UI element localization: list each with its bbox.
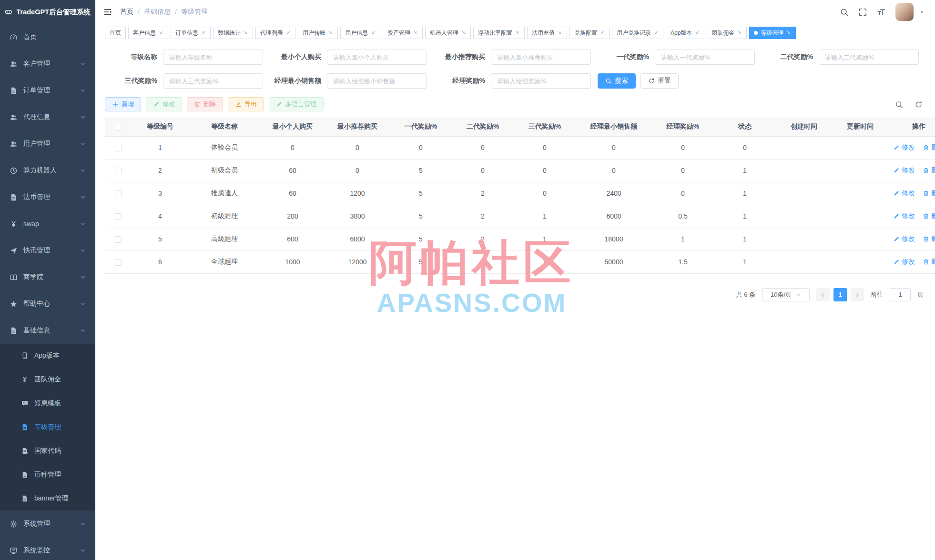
tab-home[interactable]: 首页 [105,27,126,39]
tab-exchange-config[interactable]: 兑换配置 [569,27,610,39]
manager-min-sales-input[interactable] [327,73,427,89]
row-checkbox[interactable] [115,168,122,174]
reset-button[interactable]: 重置 [640,73,679,89]
gen2-reward-input[interactable] [819,50,919,65]
sidebar-item-business-school[interactable]: 商学院 [0,264,95,290]
delete-row-link[interactable]: 删除 [923,166,935,175]
tab-level-mgmt[interactable]: 等级管理 [749,27,796,39]
delete-row-link[interactable]: 删除 [923,189,935,198]
delete-row-link[interactable]: 删除 [923,212,935,220]
tab-agent-list[interactable]: 代理列表 [255,27,295,39]
multilang-button[interactable]: 多语言管理 [269,97,324,111]
tab-robot-mgmt[interactable]: 机器人管理 [425,27,471,39]
close-icon[interactable] [600,30,605,35]
sidebar-item-system-mgmt[interactable]: 系统管理 [0,510,95,537]
breadcrumb-item[interactable]: 首页 [120,8,133,16]
row-checkbox[interactable] [115,145,122,151]
close-icon[interactable] [371,30,376,35]
close-icon[interactable] [286,30,291,35]
close-icon[interactable] [201,30,206,35]
tab-asset-mgmt[interactable]: 资产管理 [383,27,423,39]
add-button[interactable]: 新增 [105,97,141,111]
sidebar-collapse-icon[interactable] [103,7,112,17]
table-refresh-icon[interactable] [915,100,923,109]
close-icon[interactable] [244,30,248,35]
sidebar-item-user-mgmt[interactable]: 用户管理 [0,130,95,157]
sidebar-item-system-monitor[interactable]: 系统监控 [0,537,95,560]
breadcrumb-item[interactable]: 基础信息 [144,8,171,16]
edit-row-link[interactable]: 修改 [893,212,915,220]
sidebar-item-basic-info[interactable]: 基础信息 [0,317,95,344]
table-search-icon[interactable] [895,100,903,109]
tab-user-exchange-records[interactable]: 用户兑换记录 [612,27,663,39]
sidebar-item-dashboard[interactable]: 首页 [0,24,95,50]
tab-user-info[interactable]: 用户信息 [340,27,380,39]
min-personal-buy-input[interactable] [327,50,427,65]
level-name-input[interactable] [163,50,263,65]
edit-row-link[interactable]: 修改 [893,143,915,152]
close-icon[interactable] [558,30,562,35]
sidebar-subitem-country-code[interactable]: 国家代码 [0,439,95,463]
page-size-select[interactable]: 10条/页 [762,288,810,301]
close-icon[interactable] [413,30,418,35]
user-menu-caret-icon[interactable] [919,10,925,15]
tab-team-commission[interactable]: 团队佣金 [707,27,747,39]
sidebar-item-customer-mgmt[interactable]: 客户管理 [0,50,95,77]
delete-button[interactable]: 删除 [187,97,223,111]
close-icon[interactable] [159,30,163,35]
close-icon[interactable] [461,30,466,35]
sidebar-item-news-mgmt[interactable]: 快讯管理 [0,237,95,264]
page-number-button[interactable]: 1 [833,288,847,301]
export-button[interactable]: 导出 [228,97,264,111]
close-icon[interactable] [737,30,742,35]
font-size-icon[interactable] [877,8,886,17]
row-checkbox[interactable] [115,259,122,266]
sidebar-item-agent-info[interactable]: 代理信息 [0,104,95,130]
sidebar-item-hashrate-robot[interactable]: 算力机器人 [0,157,95,184]
manager-reward-input[interactable] [491,73,591,89]
row-checkbox[interactable] [115,213,122,220]
tab-app-version[interactable]: App版本 [666,27,704,39]
fullscreen-icon[interactable] [858,8,867,17]
header-search-icon[interactable] [840,8,849,17]
row-checkbox[interactable] [115,236,122,243]
tab-data-stats[interactable]: 数据统计 [213,27,253,39]
delete-row-link[interactable]: 删除 [923,258,935,266]
sidebar-item-swap[interactable]: swap [0,210,95,237]
row-checkbox[interactable] [115,190,122,197]
prev-page-button[interactable] [816,288,830,301]
tab-float-ratio-config[interactable]: 浮动比率配置 [473,27,525,39]
delete-row-link[interactable]: 删除 [923,235,935,243]
tab-user-transfer[interactable]: 用户转账 [298,27,338,39]
sidebar-subitem-banner-mgmt[interactable]: banner管理 [0,487,95,510]
sidebar-subitem-sms-template[interactable]: 短息模板 [0,391,95,415]
edit-row-link[interactable]: 修改 [893,166,915,175]
goto-page-input[interactable] [890,288,911,301]
edit-row-link[interactable]: 修改 [893,235,915,243]
sidebar-subitem-team-commission[interactable]: 团队佣金 [0,368,95,391]
search-button[interactable]: 搜索 [598,73,636,89]
close-icon[interactable] [695,30,700,35]
gen1-reward-input[interactable] [655,50,755,65]
min-referral-buy-input[interactable] [491,50,591,65]
avatar[interactable] [895,3,914,21]
sidebar-subitem-level-mgmt[interactable]: 等级管理 [0,415,95,439]
sidebar-item-fiat-mgmt[interactable]: 法币管理 [0,184,95,210]
select-all-checkbox[interactable] [115,124,122,130]
close-icon[interactable] [328,30,333,35]
close-icon[interactable] [654,30,659,35]
tab-fiat-recharge[interactable]: 法币充值 [527,27,567,39]
tab-order-info[interactable]: 订单信息 [171,27,211,39]
close-icon[interactable] [515,30,520,35]
gen3-reward-input[interactable] [163,73,263,89]
tab-customer-info[interactable]: 客户信息 [128,27,168,39]
next-page-button[interactable] [851,288,864,301]
sidebar-subitem-currency-mgmt[interactable]: 币种管理 [0,463,95,487]
edit-row-link[interactable]: 修改 [893,258,915,266]
sidebar-item-help-center[interactable]: 帮助中心 [0,290,95,317]
sidebar-item-order-mgmt[interactable]: 订单管理 [0,77,95,104]
close-icon[interactable] [786,30,791,35]
delete-row-link[interactable]: 删除 [923,143,935,152]
edit-row-link[interactable]: 修改 [893,189,915,198]
edit-button[interactable]: 修改 [146,97,182,111]
